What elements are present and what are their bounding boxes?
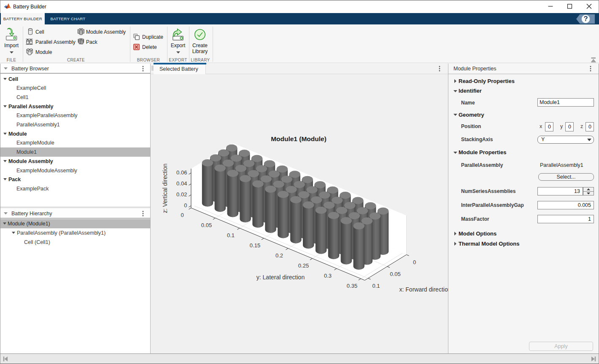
svg-text:0.05: 0.05 xyxy=(390,271,400,277)
svg-text:0.3: 0.3 xyxy=(324,273,332,279)
svg-text:0.04: 0.04 xyxy=(176,180,187,187)
svg-text:0.02: 0.02 xyxy=(176,191,187,198)
svg-text:0.35: 0.35 xyxy=(347,283,357,289)
svg-text:0.1: 0.1 xyxy=(227,232,235,238)
svg-text:0.25: 0.25 xyxy=(298,262,309,269)
svg-text:0: 0 xyxy=(184,202,187,209)
svg-text:x: Forward direction: x: Forward direction xyxy=(399,286,448,293)
svg-text:z: Vertical direction: z: Vertical direction xyxy=(162,163,168,213)
svg-text:0: 0 xyxy=(181,212,183,218)
svg-text:0.1: 0.1 xyxy=(372,283,380,289)
svg-text:y: Lateral direction: y: Lateral direction xyxy=(256,274,305,281)
svg-text:0.2: 0.2 xyxy=(275,252,283,259)
svg-text:Module1 (Module): Module1 (Module) xyxy=(271,135,326,142)
svg-text:0.05: 0.05 xyxy=(201,222,212,228)
svg-text:0.06: 0.06 xyxy=(176,169,187,176)
svg-text:0: 0 xyxy=(413,259,416,265)
svg-text:?: ? xyxy=(583,15,588,22)
svg-text:0.15: 0.15 xyxy=(250,242,260,249)
